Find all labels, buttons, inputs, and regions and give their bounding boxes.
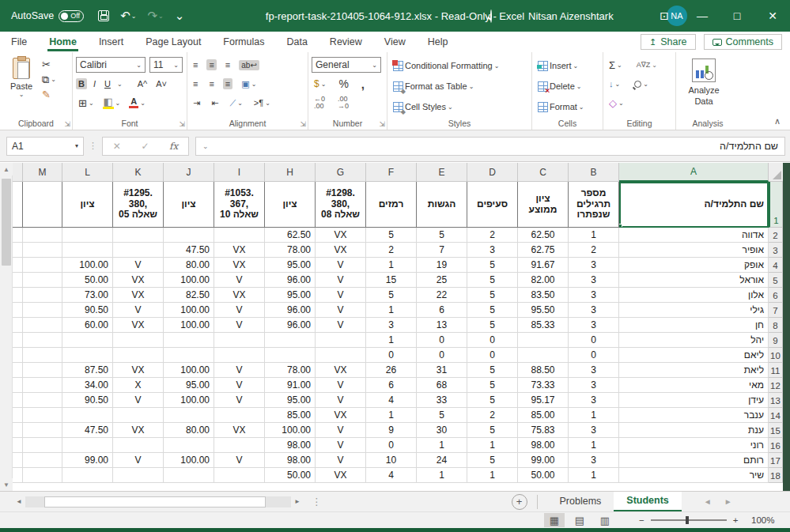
cell-G11[interactable]: VX (316, 363, 366, 378)
cell-L14[interactable] (62, 408, 113, 423)
cell-partial10[interactable] (13, 348, 23, 363)
autosum-button[interactable]: Σ⌄ (607, 59, 625, 71)
row-header-6[interactable]: 6 (769, 288, 783, 303)
cell-K11[interactable]: VX (113, 363, 164, 378)
cell-M18[interactable] (23, 468, 62, 483)
tab-splitter[interactable]: ⋮ (312, 496, 322, 507)
cell-M11[interactable] (23, 363, 62, 378)
cell-D11[interactable]: 5 (467, 363, 518, 378)
cell-F1[interactable]: רמזים (366, 182, 417, 228)
cell-M8[interactable] (23, 318, 62, 333)
cell-K5[interactable]: VX (113, 273, 164, 288)
cell-F12[interactable]: 6 (366, 378, 417, 393)
sheet-tab-students[interactable]: Students (614, 492, 681, 511)
cell-L12[interactable]: 34.00 (62, 378, 113, 393)
increase-decimal-button[interactable]: ←0 .00 (312, 95, 327, 111)
cell-G4[interactable]: V (316, 258, 366, 273)
cell-A2[interactable]: אדווה (619, 228, 769, 243)
cell-B11[interactable]: 3 (569, 363, 619, 378)
cell-K4[interactable]: V (113, 258, 164, 273)
cell-M10[interactable] (23, 348, 62, 363)
column-header-D[interactable]: D (467, 163, 518, 182)
format-painter-button[interactable]: ✎ (40, 89, 59, 100)
sort-filter-button[interactable]: A∇Z⌄ (634, 60, 660, 70)
cell-M13[interactable] (23, 393, 62, 408)
cell-styles-button[interactable]: Cell Styles⌄ (391, 101, 455, 113)
column-header-E[interactable]: E (417, 163, 467, 182)
cell-E7[interactable]: 6 (417, 303, 467, 318)
cell-D14[interactable]: 2 (467, 408, 518, 423)
cell-F15[interactable]: 9 (366, 423, 417, 438)
cell-L16[interactable] (62, 438, 113, 453)
cell-I3[interactable]: VX (214, 243, 265, 258)
italic-button[interactable]: I (91, 78, 98, 89)
horizontal-scroll-thumb[interactable] (44, 496, 266, 507)
cell-F16[interactable]: 0 (366, 438, 417, 453)
cell-D13[interactable]: 5 (467, 393, 518, 408)
ribbon-tab-formulas[interactable]: Formulas (212, 32, 275, 52)
font-dialog-launcher[interactable]: ⇲ (179, 120, 185, 128)
formula-input[interactable]: שם התלמיד/ה ⌄ (195, 137, 785, 156)
row-header-13[interactable]: 13 (769, 393, 783, 408)
cell-K6[interactable]: VX (113, 288, 164, 303)
cell-K8[interactable]: VX (113, 318, 164, 333)
align-top-button[interactable]: ≡ (191, 59, 200, 70)
cell-F4[interactable]: 1 (366, 258, 417, 273)
cell-I1[interactable]: #1053.367,שאלה 10 (214, 182, 265, 228)
cell-G12[interactable]: V (316, 378, 366, 393)
cell-G18[interactable]: VX (316, 468, 366, 483)
zoom-in-button[interactable]: + (733, 515, 739, 525)
align-right-button[interactable]: ≡ (223, 78, 232, 89)
increase-font-button[interactable]: A^ (135, 78, 150, 89)
accounting-format-button[interactable]: $⌄ (312, 77, 328, 90)
column-header-M[interactable]: M (23, 163, 62, 182)
cell-D3[interactable]: 3 (467, 243, 518, 258)
cell-L17[interactable]: 99.00 (62, 453, 113, 468)
cell-E1[interactable]: הגשות (417, 182, 467, 228)
cell-M17[interactable] (23, 453, 62, 468)
cell-F5[interactable]: 15 (366, 273, 417, 288)
close-button[interactable]: ✕ (755, 0, 790, 32)
name-box[interactable]: A1▾ (6, 137, 84, 156)
column-header-K[interactable]: K (113, 163, 164, 182)
page-layout-view-button[interactable]: ▤ (569, 513, 590, 527)
cell-C13[interactable]: 95.17 (518, 393, 569, 408)
cell-G5[interactable]: V (316, 273, 366, 288)
cell-H5[interactable]: 96.00 (265, 273, 316, 288)
cell-K14[interactable] (113, 408, 164, 423)
cell-H4[interactable]: 95.00 (265, 258, 316, 273)
ribbon-tab-help[interactable]: Help (417, 32, 459, 52)
cell-I9[interactable] (214, 333, 265, 348)
cell-H7[interactable]: 96.00 (265, 303, 316, 318)
cell-D17[interactable]: 5 (467, 453, 518, 468)
align-center-button[interactable]: ≡ (206, 78, 216, 89)
select-all-corner[interactable] (769, 163, 783, 182)
find-select-button[interactable]: ⌄ (632, 80, 651, 89)
cell-I16[interactable] (214, 438, 265, 453)
clipboard-dialog-launcher[interactable]: ⇲ (64, 120, 70, 128)
autosave-toggle[interactable]: AutoSave Off (11, 10, 84, 22)
cell-G15[interactable]: V (316, 423, 366, 438)
cell-E15[interactable]: 30 (417, 423, 467, 438)
cell-partial2[interactable] (13, 228, 23, 243)
cell-J1[interactable]: ציון (164, 182, 214, 228)
cell-C1[interactable]: ציוןממוצע (518, 182, 569, 228)
cell-M6[interactable] (23, 288, 62, 303)
cell-G13[interactable]: V (316, 393, 366, 408)
cell-I12[interactable]: V (214, 378, 265, 393)
cell-C11[interactable]: 88.50 (518, 363, 569, 378)
cell-partial1[interactable] (13, 182, 23, 228)
previous-sheet-icon[interactable]: ◄ (704, 497, 712, 506)
horizontal-scrollbar[interactable]: ◄ ► (13, 496, 304, 508)
cell-D4[interactable]: 5 (467, 258, 518, 273)
cell-F9[interactable]: 1 (366, 333, 417, 348)
cell-A9[interactable]: יהל (619, 333, 769, 348)
cell-B16[interactable]: 1 (569, 438, 619, 453)
cell-A15[interactable]: ענת (619, 423, 769, 438)
cell-partial9[interactable] (13, 333, 23, 348)
cell-K9[interactable] (113, 333, 164, 348)
row-header-4[interactable]: 4 (769, 258, 783, 273)
cell-A12[interactable]: מאי (619, 378, 769, 393)
cell-C17[interactable]: 99.00 (518, 453, 569, 468)
cell-D18[interactable]: 1 (467, 468, 518, 483)
